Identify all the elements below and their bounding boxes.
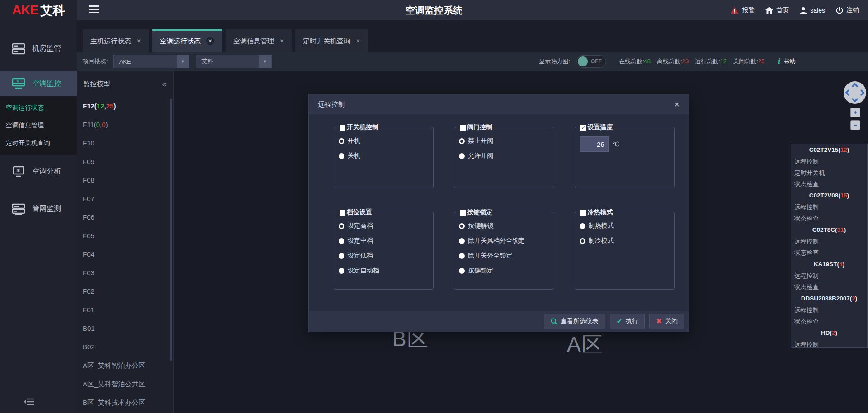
radio-option-key-unlock[interactable]: 按键解锁: [459, 222, 553, 230]
close-icon[interactable]: ✕: [674, 100, 680, 109]
model-item-bzone-tech[interactable]: B区_艾科技术办公区: [77, 393, 173, 412]
model-item-f08[interactable]: F08: [77, 171, 173, 189]
map-zoom-in-button[interactable]: +: [850, 108, 860, 117]
alarm-button[interactable]: 报警: [731, 6, 755, 14]
block-select[interactable]: 艾科 ▼: [196, 55, 272, 68]
sidebar-item-ac-monitoring[interactable]: ❄ 空调监控: [0, 71, 77, 96]
model-item-b01[interactable]: B01: [77, 319, 173, 338]
model-item-f02[interactable]: F02: [77, 282, 173, 300]
device-header-ka19st: KA19ST(4): [791, 258, 867, 270]
tab-ac-info[interactable]: 空调信息管理 ✕: [226, 29, 292, 52]
model-item-f03[interactable]: F03: [77, 263, 173, 282]
tab-close-icon[interactable]: ✕: [356, 38, 360, 44]
menu-item-status-check[interactable]: 状态检查: [791, 178, 867, 190]
map-zoom-out-button[interactable]: −: [850, 120, 860, 130]
close-button[interactable]: ✖ 关闭: [649, 314, 684, 329]
menu-item-status-check[interactable]: 状态检查: [791, 213, 867, 224]
menu-item-remote-control[interactable]: 远程控制: [791, 156, 867, 167]
checkbox-icon[interactable]: [460, 125, 466, 131]
logout-label: 注销: [846, 6, 859, 14]
panel-scrollbar[interactable]: [170, 99, 172, 361]
tab-close-icon[interactable]: ✕: [279, 38, 284, 44]
radio-option-lock-except-switch-fan[interactable]: 除开关风档外全锁定: [459, 237, 553, 245]
execute-button[interactable]: ✔ 执行: [610, 314, 645, 329]
sidebar-collapse-icon[interactable]: [24, 398, 35, 406]
tab-close-icon[interactable]: ✕: [137, 38, 141, 44]
radio-option-cool-mode[interactable]: 制冷模式: [580, 237, 674, 245]
sidebar-item-pipe-network[interactable]: 管网监测: [0, 192, 77, 226]
stat-online: 在线总数:48: [619, 57, 651, 66]
temperature-input[interactable]: [580, 136, 609, 152]
sidebar-submenu: 空调运行状态 空调信息管理 定时开关机查询: [0, 96, 77, 155]
radio-icon: [459, 153, 465, 159]
model-item-b02[interactable]: B02: [77, 338, 173, 356]
group-heat-cool-mode: 冷热模式 制热模式 制冷模式: [575, 212, 675, 290]
model-item-f10[interactable]: F10: [77, 134, 173, 152]
radio-option-heat-mode[interactable]: 制热模式: [580, 222, 674, 230]
view-selected-meters-button[interactable]: 查看所选仪表: [544, 314, 605, 329]
logout-button[interactable]: 注销: [836, 6, 859, 14]
model-item-f06[interactable]: F06: [77, 208, 173, 226]
radio-icon: [459, 238, 465, 244]
user-icon: [800, 7, 807, 14]
checkbox-icon[interactable]: [580, 210, 586, 216]
sidebar-item-machine-room[interactable]: 机房监管: [0, 32, 77, 66]
radio-option-lock-except-switch[interactable]: 除开关外全锁定: [459, 252, 553, 260]
radio-option-speed-auto[interactable]: 设定自动档: [339, 267, 433, 275]
model-item-f09[interactable]: F09: [77, 152, 173, 171]
menu-item-remote-control[interactable]: 远程控制: [791, 202, 867, 213]
radio-option-power-on[interactable]: 开机: [339, 137, 433, 145]
menu-item-status-check[interactable]: 状态检查: [791, 316, 867, 327]
device-context-menu: C02T2V15(12) 远程控制 定时开关机 状态检查 C02T2V08(15…: [791, 144, 868, 348]
sidebar-item-ac-analysis[interactable]: ❄ 空调分析: [0, 155, 77, 188]
model-item-f05[interactable]: F05: [77, 226, 173, 245]
model-item-azone-public[interactable]: A区_艾科智泊公共区: [77, 375, 173, 393]
menu-item-remote-control[interactable]: 远程控制: [791, 305, 867, 316]
logo-text-cn: 艾科: [41, 2, 65, 19]
modal-header: 远程控制 ✕: [309, 94, 689, 114]
menu-item-remote-control[interactable]: 远程控制: [791, 236, 867, 247]
pipe-network-icon: [12, 203, 25, 215]
radio-option-valve-forbid[interactable]: 禁止开阀: [459, 137, 553, 145]
radio-icon: [459, 268, 465, 274]
checkbox-icon[interactable]: [460, 210, 466, 216]
radio-option-speed-mid[interactable]: 设定中档: [339, 237, 433, 245]
tab-timer-query[interactable]: 定时开关机查询 ✕: [295, 29, 368, 52]
checkbox-icon[interactable]: [340, 125, 345, 131]
menu-item-timer-switch[interactable]: 定时开关机: [791, 167, 867, 178]
model-item-f11[interactable]: F11(0,0): [77, 115, 173, 134]
model-panel-title: 监控模型: [83, 80, 110, 89]
building-select[interactable]: AKE ▼: [113, 55, 189, 68]
model-item-f04[interactable]: F04: [77, 245, 173, 263]
menu-item-status-check[interactable]: 状态检查: [791, 247, 867, 258]
menu-item-remote-control[interactable]: 远程控制: [791, 270, 867, 282]
submenu-item-ac-info[interactable]: 空调信息管理: [0, 117, 77, 134]
model-item-azone-office[interactable]: A区_艾科智泊办公区: [77, 356, 173, 375]
modal-title: 远程控制: [318, 100, 345, 109]
model-item-f07[interactable]: F07: [77, 189, 173, 208]
submenu-item-timer-query[interactable]: 定时开关机查询: [0, 134, 77, 152]
panel-collapse-icon[interactable]: «: [162, 79, 167, 89]
menu-item-remote-control[interactable]: 远程控制: [791, 339, 867, 350]
map-pan-compass[interactable]: [844, 81, 866, 104]
help-button[interactable]: i 帮助: [778, 57, 796, 66]
menu-hamburger-icon[interactable]: [89, 5, 99, 14]
x-icon: ✖: [656, 317, 662, 325]
radio-option-key-lock[interactable]: 按键锁定: [459, 267, 553, 275]
radio-option-valve-allow[interactable]: 允许开阀: [459, 152, 553, 160]
radio-option-speed-high[interactable]: 设定高档: [339, 222, 433, 230]
radio-option-speed-low[interactable]: 设定低档: [339, 252, 433, 260]
radio-option-power-off[interactable]: 关机: [339, 152, 433, 160]
checkbox-checked-icon[interactable]: [580, 125, 586, 131]
home-button[interactable]: 首页: [765, 6, 789, 14]
checkbox-icon[interactable]: [340, 210, 345, 216]
model-item-f12[interactable]: F12(12,25): [77, 97, 173, 115]
tab-host-run-status[interactable]: 主机运行状态 ✕: [83, 29, 149, 52]
tab-close-icon[interactable]: ✕: [206, 37, 214, 45]
tab-ac-run-status[interactable]: 空调运行状态 ✕: [152, 29, 222, 52]
heatmap-toggle[interactable]: OFF: [576, 55, 606, 68]
user-button[interactable]: sales: [800, 7, 825, 14]
menu-item-status-check[interactable]: 状态检查: [791, 282, 867, 293]
model-item-f01[interactable]: F01: [77, 300, 173, 319]
submenu-item-ac-run-status[interactable]: 空调运行状态: [0, 99, 77, 117]
